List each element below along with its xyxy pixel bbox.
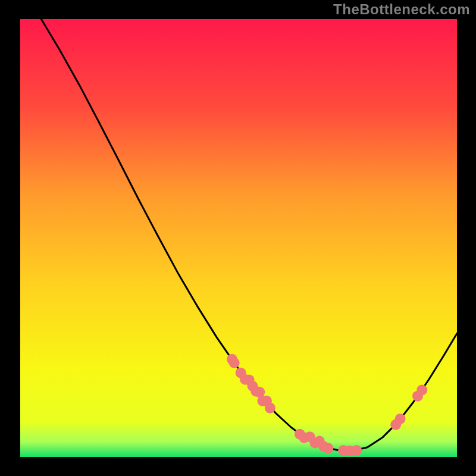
chart-container: TheBottleneck.com	[0, 0, 476, 476]
scatter-dot	[322, 443, 333, 453]
gradient-background	[20, 19, 457, 457]
scatter-dot	[351, 445, 362, 456]
scatter-dot	[395, 414, 406, 424]
scatter-dot	[229, 358, 240, 368]
scatter-dot	[265, 403, 275, 414]
scatter-dot	[416, 384, 427, 395]
watermark-text: TheBottleneck.com	[333, 1, 470, 18]
bottleneck-curve-chart	[0, 0, 476, 476]
